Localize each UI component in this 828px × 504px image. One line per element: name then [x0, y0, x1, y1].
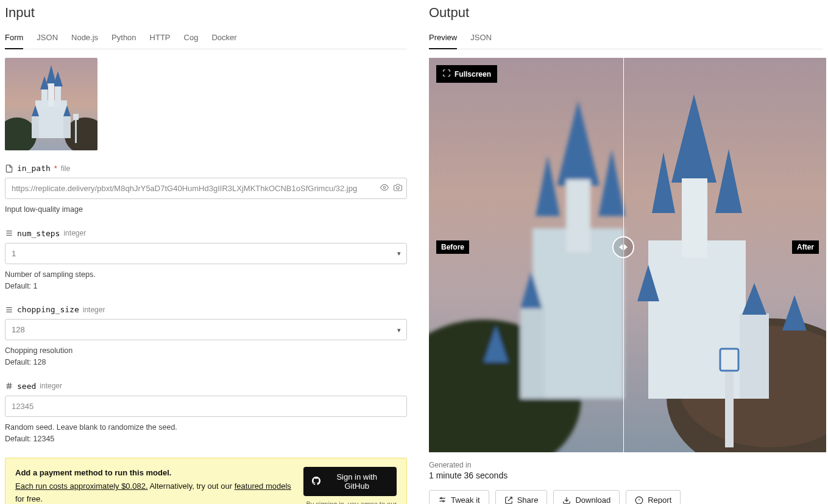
- download-label: Download: [575, 495, 610, 504]
- payment-banner: Add a payment method to run this model. …: [5, 458, 407, 504]
- banner-body: Each run costs approximately $0.082. Alt…: [15, 480, 292, 504]
- fullscreen-label: Fullscreen: [455, 70, 491, 79]
- input-thumbnail[interactable]: [5, 58, 97, 150]
- field-name: in_path: [17, 164, 51, 173]
- field-type: integer: [83, 306, 105, 314]
- field-type: integer: [63, 229, 86, 237]
- in-path-input[interactable]: [5, 178, 407, 199]
- output-tabs: Preview JSON: [429, 29, 823, 49]
- field-helper: Chopping resolution: [5, 346, 73, 355]
- field-type: file: [61, 164, 70, 173]
- tab-docker[interactable]: Docker: [211, 29, 236, 49]
- required-mark: *: [54, 164, 57, 173]
- svg-rect-14: [75, 119, 77, 143]
- sliders-icon: [5, 229, 13, 237]
- camera-icon[interactable]: [394, 183, 402, 194]
- tweak-button[interactable]: Tweak it: [429, 490, 489, 504]
- field-label-in-path: in_path* file: [5, 164, 407, 173]
- generated-time: 1 minute 36 seconds: [429, 471, 823, 480]
- before-badge: Before: [436, 240, 469, 254]
- field-chopping-size: chopping_size integer ▾ Chopping resolut…: [5, 305, 407, 368]
- share-label: Share: [517, 495, 539, 504]
- chopping-size-select[interactable]: [5, 319, 407, 340]
- compare-handle[interactable]: [612, 236, 634, 258]
- input-tabs: Form JSON Node.js Python HTTP Cog Docker: [5, 29, 407, 49]
- banner-alt-text: Alternatively, try out our: [148, 481, 235, 491]
- preview-icon[interactable]: [380, 183, 389, 194]
- alert-icon: [635, 496, 643, 505]
- report-button[interactable]: Report: [626, 490, 681, 504]
- field-helper: Number of sampling steps.: [5, 270, 96, 279]
- tab-http[interactable]: HTTP: [150, 29, 171, 49]
- field-default: Default: 128: [5, 358, 46, 366]
- featured-models-link[interactable]: featured models: [235, 481, 291, 491]
- svg-rect-10: [48, 82, 54, 107]
- input-title: Input: [5, 5, 407, 21]
- svg-rect-5: [63, 116, 71, 138]
- tweak-label: Tweak it: [451, 495, 480, 504]
- legal-text: By signing in, you agree to our terms of…: [303, 500, 397, 504]
- svg-point-52: [441, 497, 442, 499]
- hash-icon: [5, 382, 13, 390]
- field-label-seed: seed integer: [5, 382, 407, 391]
- triangle-right-icon: [624, 244, 628, 250]
- tab-json-in[interactable]: JSON: [37, 29, 58, 49]
- field-label-chopping-size: chopping_size integer: [5, 305, 407, 314]
- tab-cog[interactable]: Cog: [184, 29, 199, 49]
- svg-rect-43: [682, 178, 707, 257]
- svg-point-17: [397, 186, 400, 189]
- field-name: chopping_size: [17, 305, 79, 314]
- download-icon: [562, 496, 571, 505]
- generated-label: Generated in: [429, 461, 823, 469]
- seed-input[interactable]: [5, 396, 407, 417]
- output-panel: Output Preview JSON: [429, 5, 823, 504]
- download-button[interactable]: Download: [553, 490, 620, 504]
- field-type: integer: [40, 382, 62, 390]
- field-num-steps: num_steps integer ▾ Number of sampling s…: [5, 229, 407, 292]
- field-default: Default: 1: [5, 282, 38, 290]
- output-actions: Tweak it Share Download Report: [429, 490, 823, 504]
- input-panel: Input Form JSON Node.js Python HTTP Cog …: [5, 5, 407, 504]
- field-label-num-steps: num_steps integer: [5, 229, 407, 238]
- cost-link[interactable]: Each run costs approximately $0.082.: [15, 481, 148, 491]
- svg-point-54: [443, 500, 444, 502]
- svg-rect-49: [725, 368, 734, 447]
- sliders-icon: [438, 496, 447, 505]
- tab-json-out[interactable]: JSON: [470, 29, 492, 49]
- field-helper: Random seed. Leave blank to randomize th…: [5, 423, 177, 432]
- file-icon: [5, 164, 13, 173]
- triangle-left-icon: [619, 244, 623, 250]
- field-in-path: in_path* file Input low-quality image: [5, 164, 407, 215]
- output-compare-image[interactable]: Fullscreen Before After: [429, 58, 826, 452]
- after-badge: After: [792, 240, 819, 254]
- share-button[interactable]: Share: [495, 490, 548, 504]
- tab-preview[interactable]: Preview: [429, 29, 457, 49]
- svg-rect-30: [533, 228, 624, 399]
- svg-rect-31: [520, 307, 545, 399]
- field-seed: seed integer Random seed. Leave blank to…: [5, 382, 407, 445]
- tab-form[interactable]: Form: [5, 29, 23, 49]
- svg-rect-8: [55, 85, 61, 107]
- svg-rect-4: [32, 116, 39, 138]
- sliders-icon: [5, 306, 13, 314]
- svg-line-26: [8, 383, 9, 390]
- field-name: num_steps: [17, 229, 60, 238]
- fullscreen-button[interactable]: Fullscreen: [436, 65, 497, 83]
- tab-nodejs[interactable]: Node.js: [71, 29, 98, 49]
- svg-rect-33: [566, 180, 590, 253]
- report-label: Report: [648, 495, 671, 504]
- svg-rect-6: [41, 88, 48, 107]
- sign-in-github-button[interactable]: Sign in with GitHub: [303, 467, 397, 496]
- svg-rect-50: [720, 349, 738, 371]
- github-icon: [312, 477, 320, 487]
- banner-for-free: for free.: [15, 494, 43, 503]
- sign-in-label: Sign in with GitHub: [325, 472, 388, 491]
- svg-rect-15: [73, 114, 79, 120]
- svg-line-27: [10, 383, 10, 390]
- tab-python[interactable]: Python: [111, 29, 136, 49]
- field-name: seed: [17, 382, 36, 391]
- share-icon: [504, 496, 513, 505]
- field-helper: Input low-quality image: [5, 204, 407, 215]
- svg-point-16: [383, 186, 386, 189]
- num-steps-select[interactable]: [5, 243, 407, 264]
